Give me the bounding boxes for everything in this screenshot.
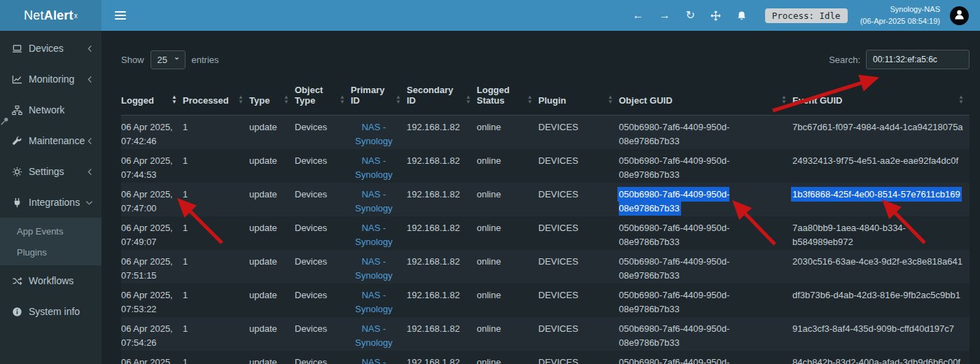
cell-type: update: [249, 317, 295, 351]
cell-processed: 1: [183, 284, 249, 317]
cell-primary-id: NAS - Synology: [351, 149, 407, 183]
sort-icon: ▲▼: [527, 95, 533, 106]
cell-secondary-id: 192.168.1.82: [407, 317, 477, 351]
cell-logged: 06 Apr 2025, 07:53:22: [121, 284, 183, 317]
cell-processed: 1: [183, 317, 249, 351]
column-header-secondary-id[interactable]: Secondary ID▲▼: [407, 80, 477, 115]
cell-type: update: [249, 250, 295, 284]
refresh-button[interactable]: ↻: [685, 10, 694, 21]
nav-forward-button[interactable]: →: [659, 10, 670, 21]
object-guid-text: 050b6980-7af6-4409-950d-08e9786b7b33: [619, 122, 729, 146]
object-guid-text: 050b6980-7af6-4409-950d-08e9786b7b33: [619, 223, 729, 247]
sidebar-item-network[interactable]: Network: [0, 94, 102, 125]
cell-logged-status: online: [477, 250, 538, 284]
column-header-logged-status[interactable]: Logged Status▲▼: [477, 80, 538, 115]
primary-id-link[interactable]: NAS - Synology: [355, 122, 392, 146]
sidebar-item-settings[interactable]: Settings: [0, 156, 102, 187]
user-avatar[interactable]: [950, 6, 969, 25]
column-header-object-guid[interactable]: Object GUID▲▼: [619, 80, 792, 115]
events-table-header: Logged▲▼ Processed▲▼ Type▲▼ Object Type▲…: [121, 80, 969, 115]
cell-logged: 06 Apr 2025, 07:47:00: [121, 183, 183, 216]
cell-primary-id: NAS - Synology: [351, 250, 407, 284]
user-icon: [953, 8, 966, 23]
cell-type: update: [249, 216, 295, 250]
search-input[interactable]: [866, 50, 969, 69]
sidebar-item-label: System info: [29, 306, 93, 317]
table-row: 06 Apr 2025, 07:44:53 1 update Devices N…: [121, 149, 969, 183]
cell-plugin: DEVICES: [538, 115, 619, 149]
column-header-type[interactable]: Type▲▼: [249, 80, 295, 115]
events-table: Logged▲▼ Processed▲▼ Type▲▼ Object Type▲…: [121, 80, 969, 364]
sort-icon: ▲▼: [465, 95, 471, 106]
notifications-button[interactable]: [736, 10, 747, 21]
table-row: 06 Apr 2025, 1 update Devices NAS - Syno…: [121, 351, 969, 364]
cell-logged: 06 Apr 2025, 07:44:53: [121, 149, 183, 183]
event-guid-text: 7bc67d61-f097-4984-a4d4-1ca94218075a: [792, 122, 963, 132]
devices-icon: [11, 43, 22, 54]
cell-logged: 06 Apr 2025, 07:42:46: [121, 115, 183, 149]
cell-processed: 1: [183, 250, 249, 284]
sidebar-item-devices[interactable]: Devices: [0, 33, 102, 64]
nav-back-button[interactable]: ←: [632, 10, 643, 21]
monitoring-icon: [11, 74, 22, 85]
sidebar-item-maintenance[interactable]: Maintenance: [0, 125, 102, 156]
sidebar-item-integrations[interactable]: Integrations: [0, 187, 102, 218]
integrations-plug-icon: [11, 197, 22, 208]
primary-id-link[interactable]: NAS - Synology: [355, 256, 392, 281]
column-header-primary-id[interactable]: Primary ID▲▼: [351, 80, 407, 115]
sidebar-item-label: Maintenance: [29, 135, 87, 146]
primary-id-link[interactable]: NAS - Synology: [355, 290, 392, 314]
move-maximize-button[interactable]: [710, 10, 721, 21]
cell-event-guid: 91ac3cf3-8af4-435d-909b-cffd40d197c7: [792, 317, 969, 351]
topbar: NetAlertx ← → ↻ Process: Idle Synology-N…: [0, 0, 980, 31]
sidebar-item-workflows[interactable]: Workflows: [0, 265, 102, 296]
column-header-object-type[interactable]: Object Type▲▼: [295, 80, 351, 115]
object-guid-text: 050b6980-7af6-4409-950d-08e9786b7b33: [619, 357, 729, 364]
cell-object-type: Devices: [295, 250, 351, 284]
sort-icon: ▲▼: [284, 95, 289, 106]
cell-logged-status: online: [477, 149, 538, 183]
primary-id-link[interactable]: NAS - Synology: [355, 189, 392, 214]
cell-object-guid: 050b6980-7af6-4409-950d-08e9786b7b33: [619, 250, 792, 284]
cell-primary-id: NAS - Synology: [351, 317, 407, 351]
pin-sidebar-icon[interactable]: [0, 116, 10, 128]
topbar-main: ← → ↻ Process: Idle Synology-NAS (06-Apr…: [102, 0, 980, 31]
sidebar-item-plugins[interactable]: Plugins: [0, 241, 102, 262]
cell-primary-id: NAS - Synology: [351, 216, 407, 250]
sidebar-item-label: Integrations: [29, 197, 85, 208]
chevron-down-icon: [85, 200, 93, 206]
cell-primary-id: NAS - Synology: [351, 183, 407, 216]
process-status-badge: Process: Idle: [765, 8, 848, 23]
cell-secondary-id: 192.168.1.82: [407, 183, 477, 216]
cell-object-guid: 050b6980-7af6-4409-950d-08e9786b7b33: [619, 216, 792, 250]
sidebar-toggle-button[interactable]: [110, 5, 131, 26]
page-length-select[interactable]: 25: [150, 50, 186, 69]
cell-primary-id: NAS - Synology: [351, 284, 407, 317]
cell-object-guid: 050b6980-7af6-4409-950d-08e9786b7b33: [619, 115, 792, 149]
sort-icon: ▲▼: [396, 95, 401, 106]
column-header-plugin[interactable]: Plugin▲▼: [538, 80, 619, 115]
primary-id-link[interactable]: NAS - Synology: [355, 357, 392, 364]
info-icon: [11, 307, 22, 317]
bell-icon: [736, 10, 747, 21]
sort-icon: ▲▼: [608, 95, 613, 106]
table-row: 06 Apr 2025, 07:49:07 1 update Devices N…: [121, 216, 969, 250]
primary-id-link[interactable]: NAS - Synology: [355, 155, 392, 180]
column-header-event-guid[interactable]: Event GUID▲▼: [792, 80, 969, 115]
column-header-processed[interactable]: Processed▲▼: [183, 80, 249, 115]
table-row: 06 Apr 2025, 07:47:00 1 update Devices N…: [121, 183, 969, 216]
cell-secondary-id: 192.168.1.82: [407, 216, 477, 250]
event-guid-text: 1b3f6868-425f-4e00-8514-57e7611cb169: [791, 187, 962, 202]
sidebar-item-system-info[interactable]: System info: [0, 296, 102, 327]
primary-id-link[interactable]: NAS - Synology: [355, 223, 392, 247]
primary-id-link[interactable]: NAS - Synology: [355, 323, 392, 348]
brand-prefix: Net: [24, 8, 44, 23]
chevron-left-icon: [87, 45, 93, 52]
cell-logged: 06 Apr 2025,: [121, 351, 183, 364]
column-header-logged[interactable]: Logged▲▼: [121, 80, 183, 115]
sidebar-item-monitoring[interactable]: Monitoring: [0, 64, 102, 94]
cell-plugin: DEVICES: [538, 183, 619, 216]
cell-secondary-id: 192.168.1.82: [407, 250, 477, 284]
cell-object-type: Devices: [295, 351, 351, 364]
sidebar-item-app-events[interactable]: App Events: [0, 220, 102, 241]
